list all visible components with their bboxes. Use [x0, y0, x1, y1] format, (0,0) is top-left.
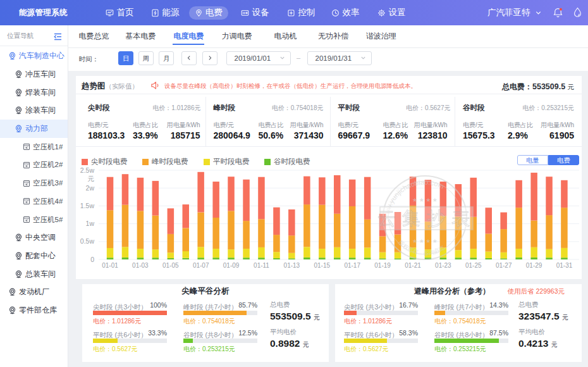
svg-text:01-11: 01-11: [254, 262, 269, 269]
svg-text:1w: 1w: [86, 220, 95, 227]
svg-text:01-05: 01-05: [162, 262, 179, 269]
svg-text:0.5w: 0.5w: [80, 237, 95, 245]
svg-text:01-19: 01-19: [374, 262, 391, 269]
svg-text:01-07: 01-07: [193, 262, 209, 269]
svg-text:01-01: 01-01: [102, 262, 118, 269]
svg-text:01-03: 01-03: [132, 262, 149, 269]
svg-text:★ ★ ★ ★: ★ ★ ★ ★: [412, 238, 438, 244]
svg-text:元: 元: [88, 175, 95, 182]
svg-text:01-09: 01-09: [223, 262, 240, 269]
svg-text:云集抄表: 云集抄表: [377, 208, 476, 228]
svg-text:01-13: 01-13: [284, 262, 300, 269]
svg-text:01-27: 01-27: [496, 262, 512, 269]
svg-text:2w: 2w: [86, 184, 95, 192]
svg-text:★ ★ ★ ★: ★ ★ ★ ★: [412, 197, 438, 203]
svg-text:0: 0: [90, 256, 94, 263]
svg-text:2.5w: 2.5w: [80, 166, 95, 174]
svg-text:01-15: 01-15: [314, 262, 331, 269]
svg-text:01-25: 01-25: [465, 262, 482, 269]
svg-text:1.5w: 1.5w: [80, 202, 95, 209]
svg-text:01-29: 01-29: [526, 262, 542, 269]
svg-text:01-21: 01-21: [405, 262, 421, 269]
svg-text:01-23: 01-23: [435, 262, 451, 269]
svg-text:01-17: 01-17: [344, 262, 360, 269]
svg-text:01-31: 01-31: [556, 262, 573, 269]
